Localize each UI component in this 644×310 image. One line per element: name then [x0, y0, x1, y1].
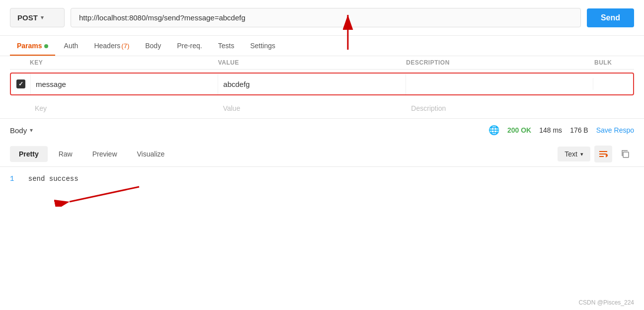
save-response-button[interactable]: Save Respo — [596, 126, 634, 134]
tab-params[interactable]: Params — [10, 36, 55, 56]
text-format-dropdown[interactable]: Text ▾ — [558, 147, 590, 161]
body-section: Body ▾ 🌐 200 OK 148 ms 176 B Save Respo — [0, 118, 644, 142]
tab-auth[interactable]: Auth — [57, 36, 85, 56]
tab-prereq[interactable]: Pre-req. — [170, 36, 209, 56]
resp-tab-raw[interactable]: Raw — [50, 146, 81, 162]
new-row-value[interactable]: Value — [218, 100, 406, 116]
col-check — [10, 59, 30, 66]
new-param-row: Key Value Description — [10, 98, 634, 118]
send-button[interactable]: Send — [587, 8, 634, 27]
col-key: KEY — [30, 59, 218, 66]
response-meta: 🌐 200 OK 148 ms 176 B Save Respo — [488, 125, 634, 136]
response-tabs: Pretty Raw Preview Visualize Text ▾ — [0, 142, 644, 167]
col-bulk: Bulk — [594, 59, 634, 66]
row-value[interactable]: abcdefg — [218, 74, 405, 94]
response-size: 176 B — [570, 126, 588, 134]
tab-tests[interactable]: Tests — [211, 36, 242, 56]
tab-body[interactable]: Body — [138, 36, 168, 56]
line-number-1: 1 — [10, 175, 14, 183]
globe-icon: 🌐 — [488, 125, 499, 136]
copy-icon[interactable] — [616, 146, 634, 162]
response-line-1: send success — [28, 175, 79, 183]
checkbox-checked[interactable] — [16, 79, 25, 88]
tab-settings[interactable]: Settings — [243, 36, 282, 56]
new-row-key[interactable]: Key — [30, 100, 218, 116]
body-label-text: Body — [10, 126, 27, 135]
response-options: Text ▾ — [558, 146, 634, 162]
new-row-description[interactable]: Description — [406, 100, 594, 116]
text-format-label: Text — [564, 150, 577, 158]
method-select[interactable]: POST ▾ — [10, 8, 65, 27]
resp-tab-preview[interactable]: Preview — [83, 146, 126, 162]
resp-tab-pretty[interactable]: Pretty — [10, 146, 48, 162]
col-value: VALUE — [218, 59, 406, 66]
url-bar: POST ▾ Send — [0, 0, 644, 36]
resp-tab-visualize[interactable]: Visualize — [128, 146, 174, 162]
response-body: 1 send success — [0, 167, 644, 207]
row-checkbox[interactable] — [11, 74, 31, 94]
params-dot — [44, 44, 48, 48]
row-bulk — [593, 78, 633, 90]
response-time: 148 ms — [539, 126, 562, 134]
text-format-chevron-icon: ▾ — [580, 151, 583, 157]
table-row: message abcdefg — [10, 73, 634, 95]
svg-line-4 — [606, 156, 607, 157]
url-input[interactable] — [71, 8, 581, 27]
row-key[interactable]: message — [31, 74, 218, 94]
svg-rect-6 — [623, 152, 629, 157]
row-description[interactable] — [406, 78, 593, 90]
headers-badge: (7) — [121, 42, 129, 50]
body-label[interactable]: Body ▾ — [10, 126, 33, 135]
wrap-icon[interactable] — [594, 146, 612, 162]
body-chevron-icon: ▾ — [30, 127, 33, 134]
params-section: KEY VALUE DESCRIPTION Bulk message abcde… — [0, 56, 644, 118]
response-status: 200 OK — [507, 126, 531, 134]
table-header: KEY VALUE DESCRIPTION Bulk — [10, 56, 634, 70]
col-description: DESCRIPTION — [406, 59, 594, 66]
method-chevron-icon: ▾ — [41, 14, 44, 21]
tabs-bar: Params Auth Headers(7) Body Pre-req. Tes… — [0, 36, 644, 56]
tab-headers[interactable]: Headers(7) — [87, 36, 136, 56]
method-label: POST — [17, 13, 38, 22]
